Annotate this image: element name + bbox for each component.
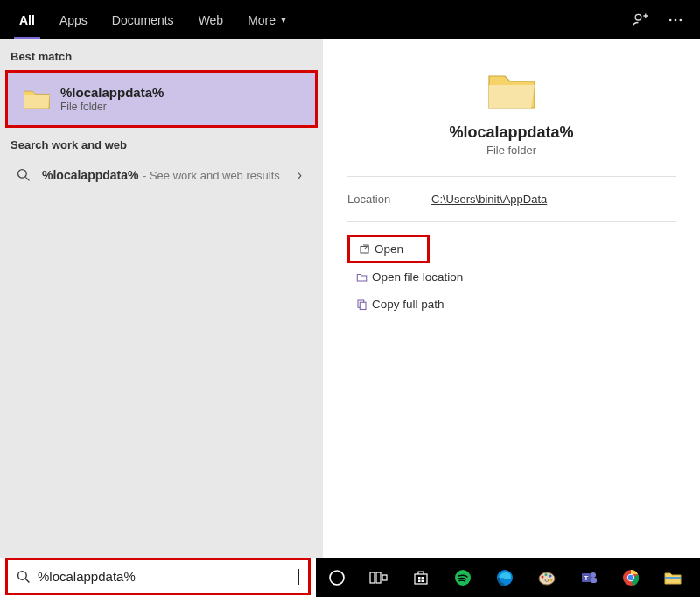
tab-documents[interactable]: Documents — [100, 0, 186, 39]
svg-point-27 — [545, 579, 549, 581]
svg-rect-16 — [418, 577, 421, 579]
svg-point-11 — [330, 571, 344, 585]
svg-rect-6 — [360, 247, 368, 254]
tab-more[interactable]: More ▼ — [235, 0, 300, 39]
tab-apps[interactable]: Apps — [47, 0, 100, 39]
action-open[interactable]: Open — [347, 235, 430, 263]
web-result-desc: - See work and web results — [143, 169, 280, 182]
open-icon — [354, 242, 374, 256]
more-options-icon[interactable] — [658, 0, 693, 39]
taskbar-store-icon[interactable] — [400, 558, 442, 597]
best-match-result[interactable]: %localappdata% File folder — [5, 70, 318, 128]
svg-rect-31 — [591, 578, 597, 583]
svg-text:T: T — [584, 574, 588, 582]
taskbar-edge-icon[interactable] — [484, 558, 526, 597]
svg-point-25 — [550, 574, 552, 577]
svg-rect-18 — [418, 579, 421, 582]
chevron-down-icon: ▼ — [279, 15, 288, 25]
svg-point-0 — [635, 14, 641, 20]
svg-point-3 — [680, 18, 682, 21]
svg-point-34 — [628, 574, 634, 580]
svg-rect-17 — [422, 577, 424, 579]
tab-web[interactable]: Web — [186, 0, 236, 39]
svg-rect-19 — [422, 579, 424, 582]
taskbar: T — [316, 558, 700, 597]
web-result-query: %localappdata% — [42, 168, 138, 182]
svg-line-5 — [25, 177, 29, 180]
taskbar-cortana-icon[interactable] — [316, 558, 358, 597]
search-icon — [17, 570, 31, 584]
tab-more-label: More — [248, 13, 276, 27]
action-open-file-location-label: Open file location — [372, 270, 463, 284]
location-label: Location — [347, 193, 431, 206]
svg-line-10 — [25, 579, 29, 582]
search-input-value: %localappdata% — [38, 569, 298, 584]
action-copy-full-path-label: Copy full path — [372, 298, 444, 311]
svg-point-30 — [591, 572, 596, 578]
svg-rect-14 — [382, 575, 387, 580]
best-match-subtitle: File folder — [60, 101, 164, 113]
svg-rect-12 — [370, 572, 374, 583]
folder-icon — [22, 85, 52, 113]
taskbar-explorer-icon[interactable] — [652, 558, 694, 597]
preview-title: %localappdata% — [449, 123, 573, 142]
action-open-label: Open — [374, 242, 403, 256]
folder-open-icon — [351, 270, 372, 284]
action-copy-full-path[interactable]: Copy full path — [347, 291, 676, 318]
location-value[interactable]: C:\Users\binit\AppData — [431, 193, 547, 206]
svg-rect-13 — [376, 572, 381, 583]
svg-rect-8 — [360, 302, 366, 309]
action-open-file-location[interactable]: Open file location — [347, 263, 676, 291]
svg-point-9 — [18, 571, 27, 579]
chevron-right-icon[interactable]: › — [290, 167, 309, 183]
copy-icon — [351, 298, 372, 311]
svg-point-1 — [669, 18, 672, 21]
search-tabs: All Apps Documents Web More ▼ — [0, 0, 700, 39]
search-input[interactable]: %localappdata% — [5, 558, 311, 595]
svg-point-26 — [550, 579, 553, 581]
svg-point-24 — [545, 573, 548, 576]
tab-all[interactable]: All — [7, 0, 47, 39]
best-match-title: %localappdata% — [60, 85, 164, 100]
folder-large-icon — [486, 69, 538, 113]
taskbar-spotify-icon[interactable] — [442, 558, 484, 597]
svg-rect-15 — [415, 574, 427, 584]
taskbar-chrome-icon[interactable] — [610, 558, 652, 597]
preview-subtitle: File folder — [486, 144, 536, 157]
svg-point-4 — [18, 170, 27, 179]
svg-rect-35 — [665, 577, 681, 579]
search-web-label: Search work and web — [0, 128, 323, 158]
taskbar-taskview-icon[interactable] — [358, 558, 400, 597]
feedback-icon[interactable] — [623, 0, 658, 39]
taskbar-paint-icon[interactable] — [526, 558, 568, 597]
svg-point-23 — [542, 575, 544, 578]
search-icon — [14, 168, 33, 182]
taskbar-teams-icon[interactable]: T — [568, 558, 610, 597]
svg-point-2 — [675, 18, 677, 21]
web-result[interactable]: %localappdata% - See work and web result… — [0, 158, 323, 192]
best-match-label: Best match — [0, 39, 323, 70]
